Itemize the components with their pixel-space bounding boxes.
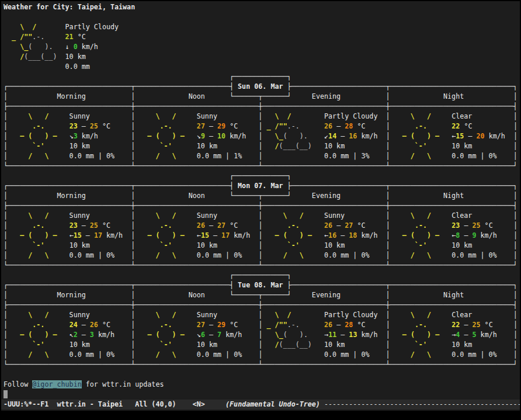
text	[345, 341, 385, 349]
text: °C	[225, 221, 238, 230]
text	[365, 321, 385, 329]
terminal-line: ┌──────────────────────────────┬────────…	[4, 181, 520, 191]
text	[493, 321, 513, 329]
table-border: │	[386, 231, 390, 239]
text: km/h	[357, 331, 377, 339]
text	[57, 53, 65, 61]
text	[304, 251, 324, 259]
text	[427, 142, 451, 150]
text: km/h	[94, 331, 114, 339]
table-border: └──────┬──────┘	[230, 291, 291, 299]
weather-icon: .-.	[135, 221, 172, 230]
text	[176, 400, 193, 408]
text	[57, 231, 70, 239]
wind-value: 15	[201, 231, 209, 239]
table-border: │	[386, 142, 390, 150]
wind-value: 5	[473, 331, 477, 339]
text	[291, 311, 324, 319]
precip-value: 0.0 mm	[197, 251, 221, 259]
period-label: Morning	[57, 92, 86, 100]
text	[135, 192, 188, 200]
temp-value: 27	[197, 321, 205, 329]
weather-icon: `-'	[135, 341, 172, 349]
temp-value: 25	[90, 221, 98, 230]
weather-icon: / \	[135, 251, 176, 259]
wind-arrow-icon: ←	[197, 231, 201, 239]
text: |	[94, 350, 106, 359]
modeline-position: All (40,0)	[135, 400, 176, 408]
text	[365, 221, 385, 230]
text	[176, 112, 197, 120]
text: –	[78, 321, 90, 329]
text: |	[221, 350, 234, 359]
temp-value: 24	[70, 321, 78, 329]
modeline-stats: -UUU:%*--F1	[4, 400, 48, 408]
table-border: │	[4, 221, 8, 230]
table-border: │	[386, 251, 390, 259]
footer-text: for wttr.in updates	[82, 380, 164, 388]
terminal-line: │ .-. 24 – 26 °C │ .-. 27 – 29 °C │ _ /"…	[4, 320, 520, 330]
text: –	[205, 221, 217, 230]
text	[114, 331, 131, 339]
table-border: │	[4, 241, 8, 249]
terminal-line: │ .-. 23 – 25 °C │ .-. 27 – 29 °C │ _ /"…	[4, 122, 520, 131]
condition-text: Sunny	[324, 211, 345, 220]
text	[497, 331, 513, 339]
text: km/h	[102, 231, 123, 239]
text: °C	[460, 122, 472, 130]
wind-value: 3	[74, 132, 78, 140]
modeline-dashes: ----------------------------------------…	[324, 400, 520, 408]
twitter-handle[interactable]: @igor_chubin	[32, 380, 81, 388]
text	[44, 122, 69, 130]
chance-value: 0%	[234, 350, 242, 359]
text	[48, 211, 69, 220]
text: –	[78, 331, 90, 339]
weather-icon: .-.	[390, 321, 427, 329]
wind-value: 18	[349, 231, 357, 239]
modeline: -UUU:%*--F1 wttr.in - Taipei All (40,0) …	[1, 400, 520, 409]
text	[377, 112, 385, 120]
weather-icon: – ( ) –	[8, 231, 57, 239]
weather-icon: `-'	[8, 241, 44, 249]
weather-icon: / \	[8, 251, 48, 259]
temp-value: 25	[472, 221, 480, 230]
temp-value: 25	[473, 321, 481, 329]
weather-icon: \ /	[390, 112, 431, 120]
temp-value: 23	[70, 122, 78, 130]
weather-icon: \_	[262, 132, 283, 140]
table-border: │	[513, 152, 517, 160]
table-border: │	[513, 350, 517, 359]
weather-icon: – ( ) –	[8, 132, 57, 140]
terminal-line: │ `-' 10 km │ `-' 10 km │ `-' 10 km │ `-…	[4, 241, 520, 251]
text	[472, 211, 513, 220]
period-label: Evening	[312, 192, 341, 200]
weather-icon: \ /	[390, 311, 431, 319]
condition-text: Sunny	[197, 211, 217, 220]
text	[291, 112, 324, 120]
text	[90, 112, 131, 120]
table-border: │	[4, 231, 8, 239]
table-border: │	[513, 192, 517, 200]
table-border: ├──────────────────────────────┼────────…	[4, 102, 517, 110]
table-border: │	[4, 142, 8, 150]
text	[217, 112, 258, 120]
period-label: Night	[443, 92, 464, 100]
text: –	[78, 122, 90, 130]
weather-icon: / \	[262, 251, 303, 259]
chance-value: 0%	[234, 251, 242, 259]
text	[114, 251, 131, 259]
text: –	[205, 321, 217, 329]
text	[90, 341, 131, 349]
wind-arrow-icon: ↘	[197, 132, 201, 140]
terminal-line: │ Morning │ Noon └──────┬──────┘ Evening…	[4, 92, 520, 102]
text: °C	[98, 221, 110, 230]
text	[242, 350, 258, 359]
period-label: Noon	[189, 291, 205, 299]
temp-value: 26	[324, 122, 332, 130]
text: –	[332, 221, 345, 230]
text	[48, 112, 69, 120]
text	[497, 231, 513, 239]
text: km/h	[357, 231, 377, 239]
table-border: │	[4, 341, 8, 349]
wind-value: 20	[477, 132, 485, 140]
